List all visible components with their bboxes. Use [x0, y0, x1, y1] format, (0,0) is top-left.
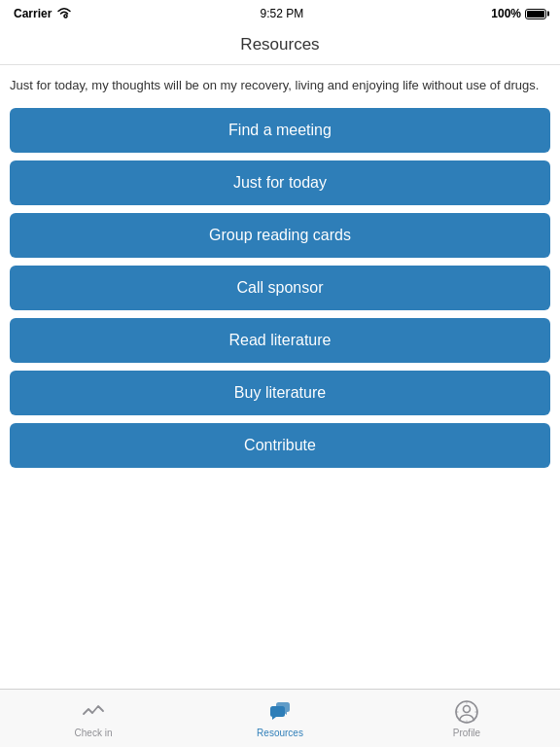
main-content: Just for today, my thoughts will be on m…: [0, 65, 560, 689]
contribute-button[interactable]: Contribute: [10, 423, 550, 468]
tab-check-in[interactable]: Check in: [0, 694, 187, 744]
profile-icon: [454, 699, 479, 725]
tab-profile-label: Profile: [453, 728, 480, 738]
subtitle-text: Just for today, my thoughts will be on m…: [10, 77, 550, 94]
tab-bar: Check in Resources Profile: [0, 689, 560, 747]
status-left: Carrier: [14, 7, 72, 21]
svg-point-3: [464, 705, 471, 712]
find-meeting-button[interactable]: Find a meeting: [10, 108, 550, 153]
read-literature-button[interactable]: Read literature: [10, 318, 550, 363]
carrier-label: Carrier: [14, 7, 52, 20]
status-bar: Carrier 9:52 PM 100%: [0, 0, 560, 27]
check-in-icon: [81, 699, 106, 725]
status-right: 100%: [491, 7, 546, 20]
tab-resources-label: Resources: [257, 728, 303, 738]
group-reading-cards-button[interactable]: Group reading cards: [10, 213, 550, 258]
battery-icon: [525, 9, 546, 19]
status-time: 9:52 PM: [260, 7, 303, 20]
tab-resources[interactable]: Resources: [187, 694, 373, 744]
nav-bar: Resources: [0, 27, 560, 65]
just-for-today-button[interactable]: Just for today: [10, 160, 550, 205]
call-sponsor-button[interactable]: Call sponsor: [10, 266, 550, 310]
svg-rect-1: [276, 702, 290, 712]
wifi-icon: [56, 7, 72, 21]
resources-icon: [267, 699, 293, 725]
battery-label: 100%: [491, 7, 521, 20]
tab-profile[interactable]: Profile: [373, 694, 560, 744]
buy-literature-button[interactable]: Buy literature: [10, 371, 550, 415]
page-title: Resources: [240, 35, 319, 53]
tab-check-in-label: Check in: [75, 728, 113, 738]
